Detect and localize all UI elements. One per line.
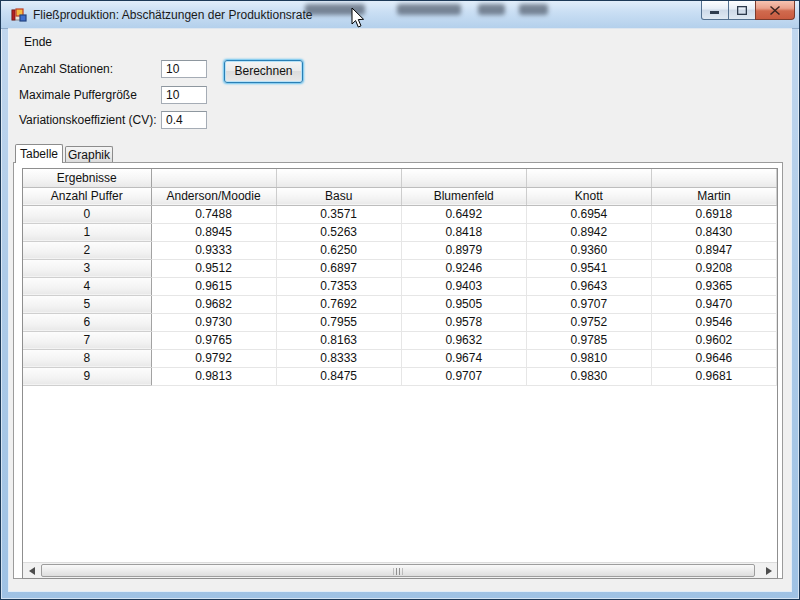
table-cell[interactable]: 0.9632 — [401, 331, 526, 349]
table-cell[interactable]: 0.9512 — [151, 259, 276, 277]
buffer-size-label: Maximale Puffergröße — [19, 88, 137, 102]
tabpage-tabelle: ErgebnisseAnzahl PufferAnderson/MoodieBa… — [13, 162, 783, 579]
buffer-size-input[interactable]: 10 — [161, 86, 207, 104]
table-cell[interactable]: 0.9785 — [526, 331, 651, 349]
close-icon — [770, 6, 780, 15]
table-cell[interactable]: 0.6492 — [401, 205, 526, 223]
row-header-cell[interactable]: 2 — [23, 241, 151, 259]
stations-input[interactable]: 10 — [161, 60, 207, 78]
table-cell[interactable]: 0.5263 — [276, 223, 401, 241]
table-cell[interactable]: 0.9546 — [651, 313, 776, 331]
minimize-button[interactable] — [701, 1, 729, 20]
table-cell[interactable]: 0.9541 — [526, 259, 651, 277]
table-cell[interactable]: 0.9643 — [526, 277, 651, 295]
table-cell[interactable]: 0.8430 — [651, 223, 776, 241]
table-cell[interactable]: 0.7353 — [276, 277, 401, 295]
table-cell[interactable]: 0.3571 — [276, 205, 401, 223]
table-cell[interactable]: 0.6250 — [276, 241, 401, 259]
column-header[interactable]: Anzahl Puffer — [23, 187, 151, 205]
table-cell[interactable]: 0.9792 — [151, 349, 276, 367]
table-cell[interactable]: 0.9810 — [526, 349, 651, 367]
row-header-cell[interactable]: 0 — [23, 205, 151, 223]
table-cell[interactable]: 0.9646 — [651, 349, 776, 367]
table-cell[interactable]: 0.8475 — [276, 367, 401, 385]
column-header[interactable]: Anderson/Moodie — [151, 187, 276, 205]
table-row: 70.97650.81630.96320.97850.9602 — [23, 331, 777, 349]
table-cell[interactable]: 0.9505 — [401, 295, 526, 313]
table-cell[interactable]: 0.9208 — [651, 259, 776, 277]
group-header-empty-cell[interactable] — [651, 169, 776, 187]
client-area: Ende Anzahl Stationen: 10 Berechnen Maxi… — [9, 29, 791, 591]
window-title: Fließproduktion: Abschätzungen der Produ… — [33, 8, 313, 22]
group-header-empty-cell[interactable] — [276, 169, 401, 187]
winforms-app-icon — [11, 7, 27, 23]
close-button[interactable] — [755, 1, 795, 20]
table-cell[interactable]: 0.9681 — [651, 367, 776, 385]
row-header-cell[interactable]: 6 — [23, 313, 151, 331]
table-cell[interactable]: 0.7955 — [276, 313, 401, 331]
table-cell[interactable]: 0.9360 — [526, 241, 651, 259]
row-header-cell[interactable]: 4 — [23, 277, 151, 295]
calculate-button[interactable]: Berechnen — [224, 60, 303, 83]
row-header-cell[interactable]: 3 — [23, 259, 151, 277]
table-cell[interactable]: 0.6918 — [651, 205, 776, 223]
table-cell[interactable]: 0.6897 — [276, 259, 401, 277]
scrollbar-thumb[interactable] — [41, 564, 755, 577]
group-header-empty-cell[interactable] — [151, 169, 276, 187]
table-cell[interactable]: 0.8945 — [151, 223, 276, 241]
table-cell[interactable]: 0.9403 — [401, 277, 526, 295]
row-header-cell[interactable]: 5 — [23, 295, 151, 313]
app-window: Fließproduktion: Abschätzungen der Produ… — [0, 0, 800, 600]
horizontal-scrollbar[interactable] — [23, 562, 777, 578]
table-cell[interactable]: 0.9470 — [651, 295, 776, 313]
table-cell[interactable]: 0.6954 — [526, 205, 651, 223]
table-cell[interactable]: 0.8942 — [526, 223, 651, 241]
tab-tabelle[interactable]: Tabelle — [15, 144, 63, 163]
table-cell[interactable]: 0.9707 — [526, 295, 651, 313]
group-header-empty-cell[interactable] — [401, 169, 526, 187]
table-cell[interactable]: 0.9830 — [526, 367, 651, 385]
table-cell[interactable]: 0.8979 — [401, 241, 526, 259]
table-cell[interactable]: 0.8163 — [276, 331, 401, 349]
row-header-cell[interactable]: 8 — [23, 349, 151, 367]
table-cell[interactable]: 0.9730 — [151, 313, 276, 331]
table-cell[interactable]: 0.9578 — [401, 313, 526, 331]
group-header-cell[interactable]: Ergebnisse — [23, 169, 151, 187]
maximize-button[interactable] — [728, 1, 756, 20]
table-cell[interactable]: 0.9674 — [401, 349, 526, 367]
table-cell[interactable]: 0.9602 — [651, 331, 776, 349]
tab-graphik[interactable]: Graphik — [65, 146, 113, 163]
row-header-cell[interactable]: 1 — [23, 223, 151, 241]
title-bar[interactable]: Fließproduktion: Abschätzungen der Produ… — [1, 1, 799, 29]
table-cell[interactable]: 0.8333 — [276, 349, 401, 367]
table-cell[interactable]: 0.9365 — [651, 277, 776, 295]
column-header-row: Anzahl PufferAnderson/MoodieBasuBlumenfe… — [23, 187, 777, 205]
table-cell[interactable]: 0.9246 — [401, 259, 526, 277]
results-grid: ErgebnisseAnzahl PufferAnderson/MoodieBa… — [22, 168, 778, 579]
column-header[interactable]: Martin — [651, 187, 776, 205]
scroll-right-button[interactable] — [760, 563, 777, 579]
menu-item-ende[interactable]: Ende — [15, 32, 61, 52]
table-cell[interactable]: 0.9615 — [151, 277, 276, 295]
table-cell[interactable]: 0.8947 — [651, 241, 776, 259]
column-header[interactable]: Basu — [276, 187, 401, 205]
table-cell[interactable]: 0.9333 — [151, 241, 276, 259]
table-cell[interactable]: 0.9752 — [526, 313, 651, 331]
table-cell[interactable]: 0.9813 — [151, 367, 276, 385]
results-table-body: ErgebnisseAnzahl PufferAnderson/MoodieBa… — [23, 169, 777, 385]
table-cell[interactable]: 0.9707 — [401, 367, 526, 385]
column-header[interactable]: Knott — [526, 187, 651, 205]
table-cell[interactable]: 0.8418 — [401, 223, 526, 241]
table-cell[interactable]: 0.7488 — [151, 205, 276, 223]
row-header-cell[interactable]: 7 — [23, 331, 151, 349]
table-cell[interactable]: 0.9765 — [151, 331, 276, 349]
scroll-left-button[interactable] — [23, 563, 40, 579]
table-cell[interactable]: 0.7692 — [276, 295, 401, 313]
cv-input[interactable]: 0.4 — [161, 111, 207, 129]
row-header-cell[interactable]: 9 — [23, 367, 151, 385]
table-cell[interactable]: 0.9682 — [151, 295, 276, 313]
column-header[interactable]: Blumenfeld — [401, 187, 526, 205]
group-header-empty-cell[interactable] — [526, 169, 651, 187]
maximize-icon — [737, 6, 747, 15]
scroll-right-icon — [766, 567, 772, 575]
